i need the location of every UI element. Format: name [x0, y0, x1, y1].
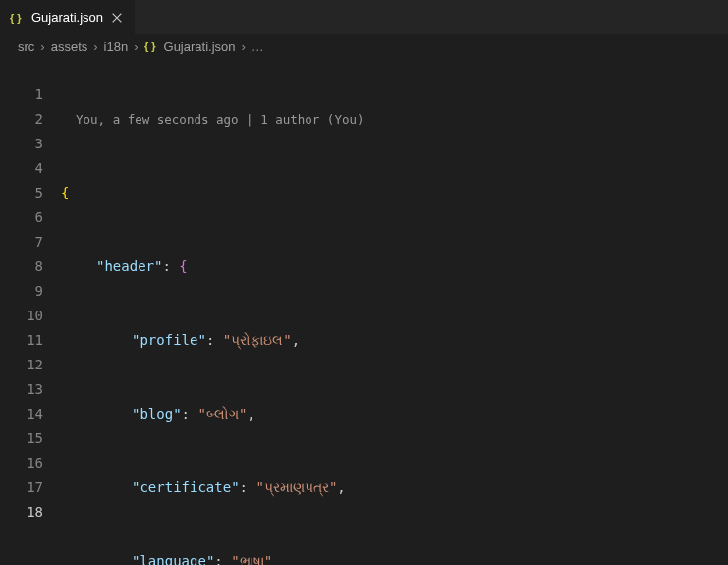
line-number: 5 — [0, 181, 43, 205]
line-number: 9 — [0, 279, 43, 304]
breadcrumb-segment[interactable]: i18n — [104, 39, 129, 54]
line-number: 4 — [0, 156, 43, 181]
tab-bar: { } Gujarati.json — [0, 0, 728, 34]
json-icon: { } — [144, 38, 160, 54]
line-number: 8 — [0, 254, 43, 279]
line-number: 2 — [0, 107, 43, 132]
chevron-right-icon: › — [93, 39, 97, 54]
line-number: 3 — [0, 132, 43, 156]
code-content[interactable]: You, a few seconds ago | 1 author (You) … — [61, 58, 728, 565]
line-number: 15 — [0, 426, 43, 451]
chevron-right-icon: › — [242, 39, 246, 54]
line-number: 16 — [0, 451, 43, 476]
tab-gujarati-json[interactable]: { } Gujarati.json — [0, 0, 136, 34]
line-number-gutter: 123456789101112131415161718 — [0, 58, 61, 565]
close-icon[interactable] — [109, 10, 125, 26]
svg-text:{ }: { } — [10, 12, 22, 24]
line-number: 12 — [0, 353, 43, 377]
codelens-annotation[interactable]: You, a few seconds ago | 1 author (You) — [61, 107, 728, 132]
breadcrumb-segment[interactable]: Gujarati.json — [164, 39, 236, 54]
breadcrumb-trailing[interactable]: … — [252, 39, 264, 54]
line-number: 17 — [0, 476, 43, 500]
svg-text:{ }: { } — [144, 40, 156, 52]
line-number: 13 — [0, 377, 43, 402]
line-number: 11 — [0, 328, 43, 353]
breadcrumb-segment[interactable]: assets — [51, 39, 88, 54]
line-number: 7 — [0, 230, 43, 254]
line-number: 6 — [0, 205, 43, 230]
tab-label: Gujarati.json — [31, 10, 103, 25]
line-number: 10 — [0, 304, 43, 328]
line-number: 18 — [0, 500, 43, 525]
chevron-right-icon: › — [40, 39, 44, 54]
chevron-right-icon: › — [134, 39, 138, 54]
code-editor[interactable]: 123456789101112131415161718 You, a few s… — [0, 58, 728, 565]
breadcrumb-segment[interactable]: src — [18, 39, 34, 54]
line-number: 14 — [0, 402, 43, 426]
line-number: 1 — [0, 83, 43, 107]
json-icon: { } — [10, 10, 26, 26]
breadcrumb[interactable]: src › assets › i18n › { } Gujarati.json … — [0, 34, 728, 58]
